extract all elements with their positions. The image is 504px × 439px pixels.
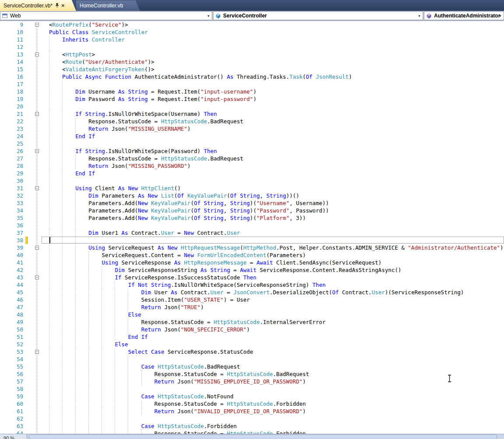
code-line[interactable]: 40 ServiceRequest.Content = New FormUrlE… [0,251,504,259]
code-line[interactable]: 47 Return Json("TRUE") [0,303,504,311]
code-text[interactable]: Using Client As New HttpClient() [0,185,504,192]
code-line[interactable]: 54 [0,355,504,363]
code-text[interactable]: Public Class ServiceController [0,28,504,36]
fold-collapse-icon[interactable]: − [35,246,39,250]
fold-collapse-icon[interactable]: − [35,186,39,190]
code-line[interactable]: 43 If ServiceResponse.IsSuccessStatusCod… [0,274,504,281]
code-line[interactable]: 46 Session.Item("USER_STATE") = User [0,296,504,303]
indent-guide [102,393,102,400]
code-line[interactable]: 21 If String.IsNullOrWhiteSpace(Username… [0,110,504,118]
editor[interactable]: 9<RoutePrefix("Service")>−10Public Class… [0,21,504,439]
code-text[interactable]: End If [0,132,504,140]
chevron-down-icon[interactable]: ▼ [418,14,421,17]
code-line[interactable]: 16 Public Async Function AuthenticateAdm… [0,73,504,80]
code-line[interactable]: 36 [0,222,504,229]
fold-collapse-icon[interactable]: − [35,112,39,116]
zoom-control[interactable]: 90 % [0,434,27,439]
code-text[interactable]: Inherits Controller [0,36,504,43]
code-line[interactable]: 24 End If [0,132,504,140]
code-line[interactable]: 44 If Not String.IsNullOrWhiteSpace(Serv… [0,281,504,289]
code-line[interactable]: 52 Else [0,341,504,348]
code-line[interactable]: 45 Dim User As Contract.User = JsonConve… [0,289,504,296]
class-icon [215,13,221,19]
fold-collapse-icon[interactable]: − [35,350,39,354]
line-number: 28 [0,162,23,170]
code-line[interactable]: 42 Dim ServiceResponseString As String =… [0,266,504,274]
code-line[interactable]: 61 Return Json("INVALID_EMPLOYEE_ID_OR_P… [0,408,504,415]
code-text[interactable]: <RoutePrefix("Service")> [0,21,504,28]
chevron-down-icon[interactable]: ▼ [499,14,502,17]
code-line[interactable]: 34 Parameters.Add(New KeyValuePair(Of St… [0,207,504,214]
horizontal-scrollbar[interactable] [27,434,504,439]
code-line[interactable]: 23 Return Json("MISSING_USERNAME") [0,125,504,132]
fold-collapse-icon[interactable]: − [35,23,39,27]
close-icon[interactable]: × [61,3,65,8]
code-line[interactable]: 57 Return Json("MISSING_EMPLOYEE_ID_OR_P… [0,378,504,385]
code-line[interactable]: 48 Else [0,311,504,318]
code-line[interactable]: 55 Case HttpStatusCode.BadRequest [0,363,504,370]
code-text[interactable]: <HttpPost> [0,51,504,58]
code-line[interactable]: 10Public Class ServiceController [0,28,504,36]
indent-guide [75,251,76,259]
chevron-down-icon[interactable]: ▼ [207,14,210,17]
code-line[interactable]: 35 Parameters.Add(New KeyValuePair(Of St… [0,214,504,222]
code-line[interactable]: 12 [0,43,504,51]
member-dropdown[interactable]: AuthenticateAdministrator ▼ [424,11,504,20]
code-text[interactable]: If String.IsNullOrWhiteSpace(Username) T… [0,110,504,118]
code-line[interactable]: 56 Response.StatusCode = HttpStatusCode.… [0,370,504,378]
code-text[interactable]: Dim Password As String = Request.Item("i… [0,95,504,103]
code-line[interactable]: 63 Case HttpStatusCode.Forbidden [0,422,504,430]
code-line[interactable]: 27 Response.StatusCode = HttpStatusCode.… [0,155,504,162]
code-line[interactable]: 38 [0,237,504,244]
code-text[interactable]: If String.IsNullOrWhiteSpace(Password) T… [0,147,504,155]
code-line[interactable]: 59 Case HttpStatusCode.NotFound [0,393,504,400]
tab-homecontroller[interactable]: HomeController.vb [76,0,140,11]
code-line[interactable]: 22 Response.StatusCode = HttpStatusCode.… [0,118,504,125]
code-line[interactable]: 58 [0,385,504,393]
code-line[interactable]: 62 [0,415,504,422]
fold-collapse-icon[interactable]: − [35,275,39,279]
pin-icon[interactable] [55,3,59,8]
code-line[interactable]: 30 [0,177,504,185]
code-line[interactable]: 49 Response.StatusCode = HttpStatusCode.… [0,318,504,326]
line-number: 34 [0,207,23,214]
code-line[interactable]: 60 Response.StatusCode = HttpStatusCode.… [0,400,504,408]
indent-guide [49,36,49,43]
code-line[interactable]: 11 Inherits Controller [0,36,504,43]
code-line[interactable]: 50 Return Json("NON_SPECIFIC_ERROR") [0,326,504,333]
indent-guide [128,296,128,303]
code-line[interactable]: 41 Using ServiceResponse As HttpResponse… [0,259,504,266]
code-line[interactable]: 33 Parameters.Add(New KeyValuePair(Of St… [0,199,504,207]
fold-collapse-icon[interactable]: − [35,149,39,153]
code-line[interactable]: 31 Using Client As New HttpClient()− [0,185,504,192]
tab-servicecontroller[interactable]: ServiceController.vb* × [0,0,76,11]
fold-collapse-icon[interactable]: − [35,52,39,56]
code-line[interactable]: 25 [0,140,504,147]
project-dropdown[interactable]: Web ▼ [0,11,212,20]
code-line[interactable]: 14 <Route("User/Authenticate")> [0,58,504,66]
code-line[interactable]: 9<RoutePrefix("Service")>− [0,21,504,28]
code-line[interactable]: 18 Dim Username As String = Request.Item… [0,88,504,95]
code-text[interactable]: Public Async Function AuthenticateAdmini… [0,73,504,80]
code-line[interactable]: 29 End If [0,170,504,177]
class-dropdown[interactable]: ServiceController ▼ [213,11,423,20]
code-text[interactable]: End If [0,170,504,177]
code-line[interactable]: 32 Dim Parameters As New List(Of KeyValu… [0,192,504,199]
code-line[interactable]: 26 If String.IsNullOrWhiteSpace(Password… [0,147,504,155]
code-line[interactable]: 15 <ValidateAntiForgeryToken()> [0,66,504,73]
indent-guide [141,370,142,378]
code-line[interactable]: 53 Select Case ServiceResponse.StatusCod… [0,348,504,355]
code-text[interactable]: <ValidateAntiForgeryToken()> [0,66,504,73]
code-line[interactable]: 19 Dim Password As String = Request.Item… [0,95,504,103]
code-line[interactable]: 39 Using ServiceRequest As New HttpReque… [0,244,504,251]
code-text[interactable]: Dim Username As String = Request.Item("i… [0,88,504,95]
scrollbar-thumb[interactable] [29,435,497,439]
code-line[interactable]: 17 [0,80,504,88]
code-text[interactable]: <Route("User/Authenticate")> [0,58,504,66]
code-line[interactable]: 37 Dim User1 As Contract.User = New Cont… [0,229,504,237]
code-line[interactable]: 13 <HttpPost>− [0,51,504,58]
code-line[interactable]: 20 [0,103,504,110]
line-number: 48 [0,311,23,318]
code-line[interactable]: 28 Return Json("MISSING_PASSWORD") [0,162,504,170]
code-line[interactable]: 51 End If [0,333,504,341]
